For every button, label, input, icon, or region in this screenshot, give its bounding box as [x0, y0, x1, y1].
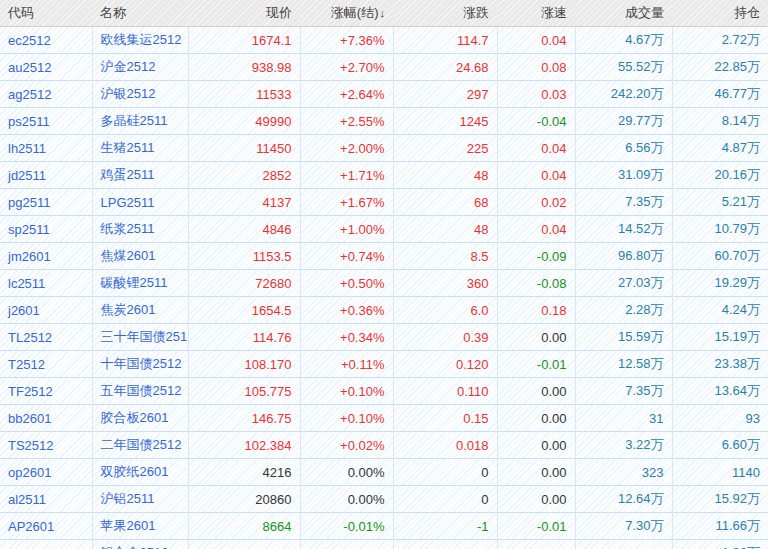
cell-name[interactable]: 双胶纸2601 [92, 459, 188, 486]
table-row[interactable]: bb2601 胶合板2601 146.75 +0.10% 0.15 0.00 3… [0, 405, 768, 432]
cell-name[interactable]: 苹果2601 [92, 513, 188, 540]
table-row[interactable]: pg2511 LPG2511 4137 +1.67% 68 0.02 7.35万… [0, 189, 768, 216]
table-row[interactable]: jd2511 鸡蛋2511 2852 +1.71% 48 0.04 31.09万… [0, 162, 768, 189]
cell-code[interactable]: ps2511 [0, 108, 92, 135]
table-row[interactable]: sp2511 纸浆2511 4846 +1.00% 48 0.04 14.52万… [0, 216, 768, 243]
table-row[interactable]: jm2601 焦煤2601 1153.5 +0.74% 8.5 -0.09 96… [0, 243, 768, 270]
table-row[interactable]: ad2512 铝合金2512 20380 -0.02% -5 -0.02 417… [0, 540, 768, 549]
col-header-price[interactable]: 现价 [188, 0, 300, 27]
cell-code[interactable]: j2601 [0, 297, 92, 324]
table-row[interactable]: ec2512 欧线集运2512 1674.1 +7.36% 114.7 0.04… [0, 27, 768, 54]
cell-change-pct: +2.55% [300, 108, 393, 135]
cell-name[interactable]: 沪金2512 [92, 54, 188, 81]
table-row[interactable]: op2601 双胶纸2601 4216 0.00% 0 0.00 323 114… [0, 459, 768, 486]
cell-code[interactable]: T2512 [0, 351, 92, 378]
cell-code[interactable]: bb2601 [0, 405, 92, 432]
cell-change-pct: 0.00% [300, 459, 393, 486]
cell-change-pct: +0.34% [300, 324, 393, 351]
cell-volume: 31 [575, 405, 672, 432]
cell-price: 1654.5 [188, 297, 300, 324]
cell-change: 0.15 [393, 405, 497, 432]
table-row[interactable]: TF2512 五年国债2512 105.775 +0.10% 0.110 0.0… [0, 378, 768, 405]
cell-name[interactable]: 胶合板2601 [92, 405, 188, 432]
table-row[interactable]: al2511 沪铝2511 20860 0.00% 0 0.00 12.64万 … [0, 486, 768, 513]
col-header-name[interactable]: 名称 [92, 0, 188, 27]
table-row[interactable]: ps2511 多晶硅2511 49990 +2.55% 1245 -0.04 2… [0, 108, 768, 135]
table-row[interactable]: ag2512 沪银2512 11533 +2.64% 297 0.03 242.… [0, 81, 768, 108]
table-row[interactable]: TL2512 三十年国债2512 114.76 +0.34% 0.39 0.00… [0, 324, 768, 351]
cell-code[interactable]: TF2512 [0, 378, 92, 405]
col-header-open-interest[interactable]: 持仓 [672, 0, 768, 27]
cell-name[interactable]: 十年国债2512 [92, 351, 188, 378]
table-row[interactable]: T2512 十年国债2512 108.170 +0.11% 0.120 -0.0… [0, 351, 768, 378]
cell-code[interactable]: jm2601 [0, 243, 92, 270]
cell-code[interactable]: jd2511 [0, 162, 92, 189]
cell-speed: 0.00 [497, 378, 575, 405]
col-header-code[interactable]: 代码 [0, 0, 92, 27]
cell-code[interactable]: ec2512 [0, 27, 92, 54]
cell-name[interactable]: 生猪2511 [92, 135, 188, 162]
cell-name[interactable]: 沪银2512 [92, 81, 188, 108]
cell-code[interactable]: sp2511 [0, 216, 92, 243]
cell-name[interactable]: 二年国债2512 [92, 432, 188, 459]
cell-name[interactable]: 三十年国债2512 [92, 324, 188, 351]
cell-open-interest: 19.29万 [672, 270, 768, 297]
cell-change: 48 [393, 216, 497, 243]
cell-code[interactable]: ad2512 [0, 540, 92, 549]
cell-change-pct: +0.50% [300, 270, 393, 297]
table-row[interactable]: j2601 焦炭2601 1654.5 +0.36% 6.0 0.18 2.28… [0, 297, 768, 324]
cell-price: 4846 [188, 216, 300, 243]
cell-change-pct: -0.02% [300, 540, 393, 549]
cell-code[interactable]: TL2512 [0, 324, 92, 351]
cell-name[interactable]: 焦炭2601 [92, 297, 188, 324]
cell-price: 4137 [188, 189, 300, 216]
cell-code[interactable]: lh2511 [0, 135, 92, 162]
cell-volume: 55.52万 [575, 54, 672, 81]
cell-change-pct: +0.11% [300, 351, 393, 378]
cell-code[interactable]: pg2511 [0, 189, 92, 216]
table-row[interactable]: au2512 沪金2512 938.98 +2.70% 24.68 0.08 5… [0, 54, 768, 81]
cell-name[interactable]: 多晶硅2511 [92, 108, 188, 135]
cell-name[interactable]: 焦煤2601 [92, 243, 188, 270]
cell-code[interactable]: al2511 [0, 486, 92, 513]
cell-name[interactable]: 纸浆2511 [92, 216, 188, 243]
table-row[interactable]: lc2511 碳酸锂2511 72680 +0.50% 360 -0.08 27… [0, 270, 768, 297]
table-row[interactable]: TS2512 二年国债2512 102.384 +0.02% 0.018 0.0… [0, 432, 768, 459]
cell-volume: 7.35万 [575, 189, 672, 216]
cell-code[interactable]: au2512 [0, 54, 92, 81]
cell-name[interactable]: 五年国债2512 [92, 378, 188, 405]
cell-code[interactable]: op2601 [0, 459, 92, 486]
cell-change: 0.110 [393, 378, 497, 405]
cell-price: 1153.5 [188, 243, 300, 270]
col-header-speed[interactable]: 涨速 [497, 0, 575, 27]
cell-name[interactable]: 欧线集运2512 [92, 27, 188, 54]
table-row[interactable]: lh2511 生猪2511 11450 +2.00% 225 0.04 6.56… [0, 135, 768, 162]
cell-code[interactable]: lc2511 [0, 270, 92, 297]
cell-code[interactable]: TS2512 [0, 432, 92, 459]
cell-code[interactable]: AP2601 [0, 513, 92, 540]
cell-name[interactable]: 沪铝2511 [92, 486, 188, 513]
cell-change: 1245 [393, 108, 497, 135]
col-header-change-pct[interactable]: 涨幅(结)↓ [300, 0, 393, 27]
cell-volume: 14.52万 [575, 216, 672, 243]
cell-name[interactable]: LPG2511 [92, 189, 188, 216]
cell-price: 2852 [188, 162, 300, 189]
cell-name[interactable]: 铝合金2512 [92, 540, 188, 549]
cell-price: 105.775 [188, 378, 300, 405]
cell-open-interest: 60.70万 [672, 243, 768, 270]
table-row[interactable]: AP2601 苹果2601 8664 -0.01% -1 -0.01 7.30万… [0, 513, 768, 540]
cell-name[interactable]: 鸡蛋2511 [92, 162, 188, 189]
col-header-volume[interactable]: 成交量 [575, 0, 672, 27]
cell-name[interactable]: 碳酸锂2511 [92, 270, 188, 297]
cell-speed: 0.00 [497, 486, 575, 513]
cell-speed: -0.09 [497, 243, 575, 270]
cell-price: 20860 [188, 486, 300, 513]
cell-volume: 2.28万 [575, 297, 672, 324]
cell-speed: 0.04 [497, 162, 575, 189]
cell-code[interactable]: ag2512 [0, 81, 92, 108]
cell-open-interest: 4.87万 [672, 135, 768, 162]
cell-speed: 0.08 [497, 54, 575, 81]
col-header-change[interactable]: 涨跌 [393, 0, 497, 27]
cell-change-pct: +2.70% [300, 54, 393, 81]
cell-price: 4216 [188, 459, 300, 486]
